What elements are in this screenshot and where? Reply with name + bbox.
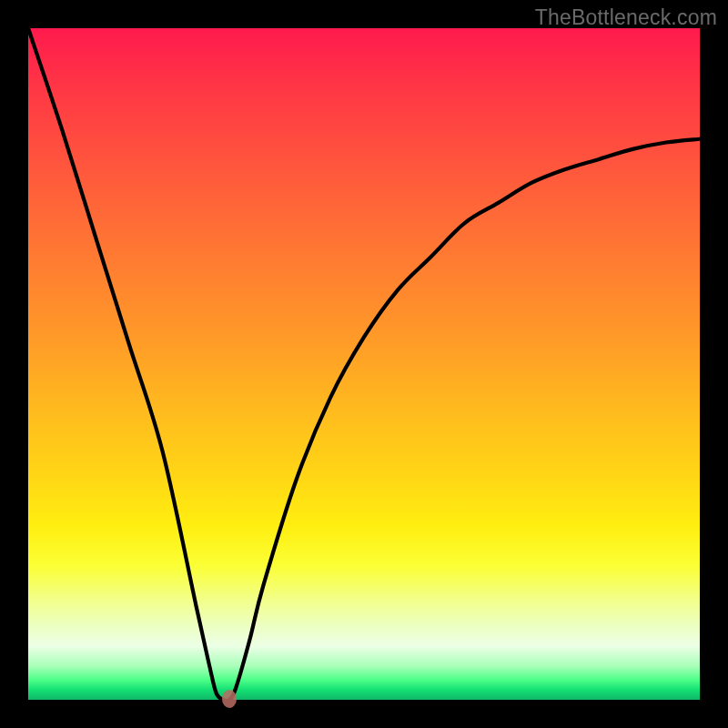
optimal-point-marker — [222, 690, 237, 708]
bottleneck-curve — [28, 28, 700, 700]
plot-area — [28, 28, 700, 700]
chart-frame: TheBottleneck.com — [0, 0, 728, 728]
watermark-text: TheBottleneck.com — [535, 5, 717, 30]
